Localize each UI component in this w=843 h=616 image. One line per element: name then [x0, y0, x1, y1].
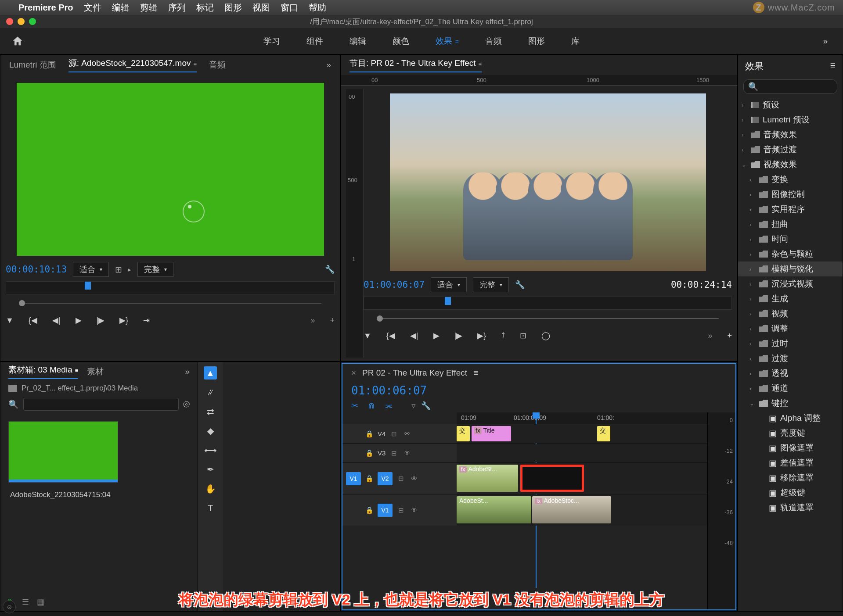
chevron-icon[interactable]: › [749, 251, 756, 258]
chevron-icon[interactable]: › [749, 340, 756, 347]
list-view-icon[interactable]: ☰ [22, 597, 29, 607]
menu-edit[interactable]: 编辑 [112, 2, 130, 14]
effects-tree-item[interactable]: ›杂色与颗粒 [738, 247, 843, 261]
source-video-display[interactable] [17, 83, 324, 256]
sequence-title[interactable]: PR 02 - The Ultra Key Effect [362, 368, 467, 378]
hand-tool[interactable]: ✋ [204, 482, 217, 495]
lock-icon[interactable]: 🔒 [364, 475, 374, 483]
track-label[interactable]: V4 [378, 430, 385, 437]
menu-sequence[interactable]: 序列 [168, 2, 186, 14]
effects-tree-item[interactable]: ›预设 [738, 97, 843, 112]
settings-icon[interactable]: 🔧 [421, 401, 431, 411]
panel-menu-icon[interactable]: ≡ [830, 60, 836, 72]
lock-icon[interactable]: 🔒 [364, 430, 374, 438]
step-forward-button[interactable]: |▶ [454, 331, 463, 340]
effects-tree-item[interactable]: ›过时 [738, 336, 843, 351]
tab-audio-clip[interactable]: 音频 [209, 59, 226, 71]
menu-window[interactable]: 窗口 [281, 2, 298, 14]
mute-icon[interactable]: ⊟ [389, 449, 399, 457]
program-playhead-icon[interactable] [445, 297, 451, 305]
menu-marker[interactable]: 标记 [196, 2, 214, 14]
project-path[interactable]: Pr_02_T... effect_1.prproj\03 Media [22, 384, 138, 393]
effects-tree-item[interactable]: ›音频效果 [738, 127, 843, 142]
chevron-icon[interactable]: › [742, 147, 748, 153]
program-time-ruler[interactable] [364, 297, 732, 310]
panel-overflow-icon[interactable]: » [185, 367, 190, 376]
chevron-icon[interactable]: › [749, 311, 756, 317]
chevron-icon[interactable]: › [749, 370, 756, 377]
eye-icon[interactable]: 👁 [409, 506, 419, 514]
project-clip-thumbnail[interactable] [8, 421, 118, 483]
audio-meter[interactable]: 0 -12 -24 -36 -48 [707, 412, 735, 609]
source-time-ruler[interactable] [6, 281, 335, 294]
chevron-icon[interactable]: › [749, 355, 756, 362]
tab-lumetri-scopes[interactable]: Lumetri 范围 [9, 59, 56, 71]
effects-tree-item[interactable]: ›透视 [738, 366, 843, 381]
add-marker-button[interactable]: ▼ [6, 316, 14, 325]
type-tool[interactable]: T [204, 501, 217, 515]
workspace-graphics[interactable]: 图形 [528, 36, 545, 47]
chevron-icon[interactable]: › [742, 132, 748, 138]
source-quality-dropdown[interactable]: 完整 [137, 262, 173, 277]
effects-tree-item[interactable]: ▣移除遮罩 [738, 470, 843, 485]
tab-bin[interactable]: 素材箱: 03 Media≡ [8, 364, 78, 379]
source-zoom-dropdown[interactable]: 适合 [73, 262, 109, 277]
selection-tool[interactable]: ▲ [204, 366, 217, 380]
eye-icon[interactable]: 👁 [402, 430, 412, 437]
settings-icon[interactable]: ⊞ [115, 265, 122, 275]
export-frame-button[interactable]: ◯ [541, 331, 550, 340]
extract-button[interactable]: ⊡ [520, 331, 526, 340]
mark-out-button[interactable]: ▶} [477, 331, 486, 340]
lift-button[interactable]: ⤴ [501, 331, 505, 340]
effects-tree-item[interactable]: ›变换 [738, 172, 843, 187]
clip-v2-adobestock[interactable]: fx AdobeSt... [457, 465, 518, 492]
eye-icon[interactable]: 👁 [402, 449, 412, 457]
menu-clip[interactable]: 剪辑 [140, 2, 158, 14]
tab-media[interactable]: 素材 [87, 366, 104, 377]
clip-v1-adobestock-a[interactable]: AdobeSt... [457, 496, 531, 523]
timeline-ruler[interactable]: 01:09 01:00:06:09 01:00: [457, 412, 707, 424]
program-quality-dropdown[interactable]: 完整 [473, 277, 509, 292]
chevron-icon[interactable]: › [742, 102, 748, 108]
slip-tool[interactable]: ⟷ [204, 444, 217, 457]
project-search-input[interactable] [23, 398, 179, 411]
source-patch-v1[interactable]: V1 [346, 472, 361, 485]
home-button[interactable] [0, 35, 35, 47]
magnet-icon[interactable]: ⋒ [368, 401, 375, 411]
effects-tree-item[interactable]: ›模糊与锐化 [738, 261, 843, 276]
add-button[interactable]: + [727, 331, 732, 340]
workspace-libraries[interactable]: 库 [571, 36, 580, 47]
workspace-color[interactable]: 颜色 [393, 36, 409, 47]
effects-search-input[interactable] [762, 83, 832, 90]
chevron-icon[interactable]: ⌄ [749, 400, 756, 407]
step-forward-button[interactable]: |▶ [97, 315, 105, 325]
mark-in-button[interactable]: {◀ [29, 315, 37, 325]
source-scrub-bar[interactable] [19, 299, 321, 308]
app-name[interactable]: Premiere Pro [18, 3, 73, 13]
effects-tree-item[interactable]: ›通道 [738, 381, 843, 396]
icon-view-icon[interactable]: ▦ [37, 597, 44, 607]
tab-source[interactable]: 源: AdobeStock_221030547.mov≡ [68, 57, 197, 72]
chevron-icon[interactable]: › [749, 206, 756, 213]
effects-tree-item[interactable]: ⌄键控 [738, 396, 843, 411]
step-back-button[interactable]: ◀| [410, 331, 418, 340]
track-target-v1[interactable]: V1 [378, 504, 393, 517]
wrench-icon[interactable]: 🔧 [325, 265, 335, 274]
clip-name[interactable]: AdobeStock_221030547 [10, 491, 92, 499]
effects-tree-item[interactable]: ⌄视频效果 [738, 157, 843, 172]
effects-tree-item[interactable]: ›过渡 [738, 351, 843, 366]
panel-menu-icon[interactable]: ≡ [473, 368, 478, 378]
program-ruler[interactable]: 00 500 1000 1500 [341, 75, 737, 86]
chevron-icon[interactable]: ⌄ [742, 161, 748, 168]
effects-tree-item[interactable]: ›调整 [738, 321, 843, 336]
effects-tree-item[interactable]: ›扭曲 [738, 217, 843, 232]
track-target-v2[interactable]: V2 [378, 472, 393, 485]
workspace-audio[interactable]: 音频 [485, 36, 502, 47]
mark-in-button[interactable]: {◀ [386, 331, 395, 340]
workspace-assembly[interactable]: 组件 [306, 36, 323, 47]
eye-icon[interactable]: 👁 [409, 475, 419, 482]
play-button[interactable]: ▶ [76, 315, 82, 325]
tab-program[interactable]: 节目: PR 02 - The Ultra Key Effect≡ [349, 57, 482, 72]
insert-button[interactable]: ⇥ [143, 315, 150, 325]
add-marker-button[interactable]: ▼ [364, 331, 371, 340]
